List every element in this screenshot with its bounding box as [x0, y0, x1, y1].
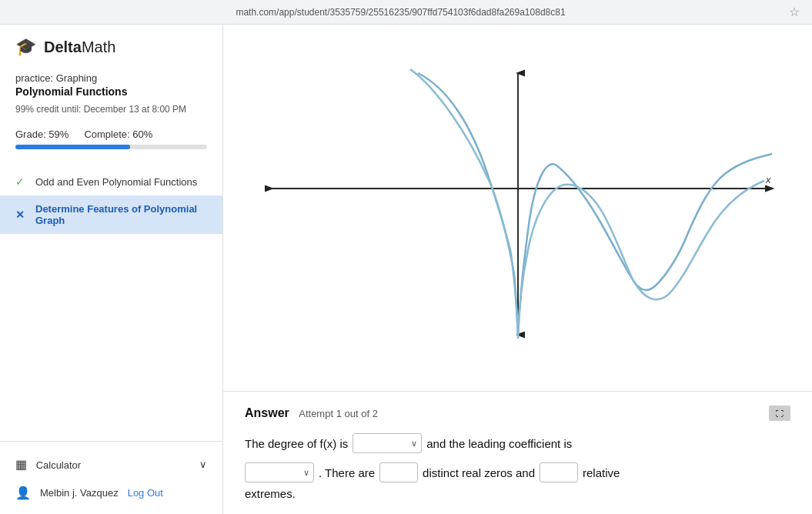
logout-link[interactable]: Log Out: [128, 487, 163, 499]
line1-prefix: The degree of f(x) is: [245, 437, 348, 450]
svg-text:x: x: [765, 174, 771, 185]
url-bar: math.com/app/student/3535759/25516235/90…: [0, 0, 812, 25]
fullscreen-button[interactable]: ⛶: [769, 406, 790, 421]
practice-section: practice: Graphing Polynomial Functions …: [0, 63, 222, 121]
user-icon: 👤: [15, 486, 31, 500]
extremes-input[interactable]: [540, 462, 578, 482]
url-text: math.com/app/student/3535759/25516235/90…: [12, 7, 789, 18]
nav-item-determine-features-label: Determine Features of Polynomial Graph: [35, 203, 207, 226]
user-row: 👤 Melbin j. Vazquez Log Out: [15, 479, 207, 506]
practice-title: Polynomial Functions: [15, 85, 207, 98]
content-area: x Answer Attempt 1 out of 2 ⛶: [223, 25, 812, 514]
answer-area: Answer Attempt 1 out of 2 ⛶ The degree o…: [223, 392, 812, 514]
answer-line-1: The degree of f(x) is 2 3 4 5 6 and the …: [245, 433, 790, 453]
nav-item-odd-even[interactable]: ✓ Odd and Even Polynomial Functions: [0, 168, 222, 195]
degree-dropdown[interactable]: 2 3 4 5 6: [353, 433, 422, 453]
graph-area: x: [223, 25, 812, 392]
degree-dropdown-wrapper: 2 3 4 5 6: [353, 433, 422, 453]
complete-label: Complete: 60%: [84, 128, 152, 140]
answer-header: Answer Attempt 1 out of 2 ⛶: [245, 406, 790, 421]
attempt-text: Attempt 1 out of 2: [299, 408, 378, 419]
coeff-dropdown-wrapper: positive negative: [245, 462, 314, 482]
check-icon: ✓: [15, 175, 28, 188]
credit-info: 99% credit until: December 13 at 8:00 PM: [15, 104, 207, 115]
answer-title: Answer: [245, 406, 289, 419]
sidebar-nav: ✓ Odd and Even Polynomial Functions ✕ De…: [0, 162, 222, 441]
nav-item-determine-features[interactable]: ✕ Determine Features of Polynomial Graph: [0, 195, 222, 234]
answer-line-2: positive negative . There are distinct r…: [245, 462, 790, 482]
answer-line-3: extremes.: [245, 487, 790, 500]
coeff-dropdown[interactable]: positive negative: [245, 462, 314, 482]
calculator-chevron-icon: ∨: [199, 459, 207, 470]
calculator-row[interactable]: ▦ Calculator ∨: [15, 449, 207, 479]
graph-svg: x: [249, 65, 787, 350]
user-name: Melbin j. Vazquez: [40, 487, 119, 499]
line3-text: extremes.: [245, 487, 296, 500]
sidebar-header: 🎓 DeltaMath: [0, 25, 222, 63]
sidebar: 🎓 DeltaMath practice: Graphing Polynomia…: [0, 25, 223, 514]
logo-icon: 🎓: [15, 37, 36, 57]
progress-bar-fill: [15, 145, 130, 149]
progress-bar: [15, 145, 207, 149]
answer-header-left: Answer Attempt 1 out of 2: [245, 406, 378, 420]
calculator-label: Calculator: [36, 459, 82, 471]
fullscreen-icon: ⛶: [776, 409, 784, 418]
line2-prefix: . There are: [319, 466, 375, 479]
grade-row: Grade: 59% Complete: 60%: [0, 128, 222, 140]
calculator-icon: ▦: [15, 458, 27, 471]
line1-suffix: and the leading coefficient is: [426, 437, 572, 450]
line2-suffix: relative: [583, 466, 620, 479]
line2-middle: distinct real zeros and: [423, 466, 535, 479]
sidebar-footer: ▦ Calculator ∨ 👤 Melbin j. Vazquez Log O…: [0, 441, 222, 514]
grade-label: Grade: 59%: [15, 128, 69, 140]
zeros-input[interactable]: [379, 462, 418, 482]
calculator-left: ▦ Calculator: [15, 457, 81, 472]
nav-item-odd-even-label: Odd and Even Polynomial Functions: [35, 176, 197, 188]
practice-label: practice: Graphing: [15, 72, 207, 84]
bullet-icon: ✕: [15, 209, 28, 221]
logo-text: DeltaMath: [44, 38, 115, 56]
star-icon[interactable]: ☆: [789, 5, 800, 19]
